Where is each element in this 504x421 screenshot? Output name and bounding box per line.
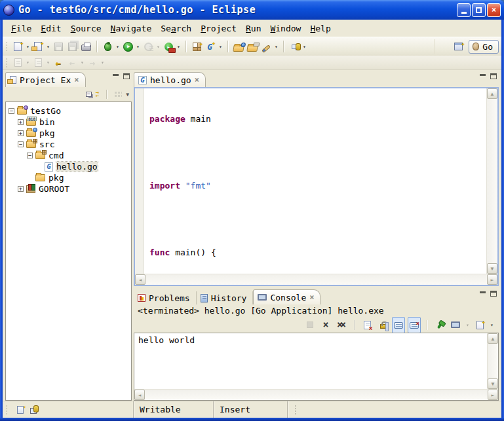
tree-item-pkg[interactable]: + pkg — [7, 128, 131, 139]
expand-expander-icon[interactable]: + — [18, 119, 24, 125]
menu-search[interactable]: Search — [156, 22, 196, 35]
tree-item-testgo[interactable]: − testGo — [7, 105, 131, 117]
editor-tab-hello-go[interactable]: G hello.go × — [134, 72, 206, 87]
pin-console-button[interactable] — [433, 318, 446, 332]
print-button[interactable] — [79, 39, 92, 54]
tree-item-hello-go[interactable]: G hello.go — [7, 161, 131, 172]
console-tab[interactable]: Console × — [253, 289, 320, 304]
menu-project[interactable]: Project — [196, 22, 241, 35]
collapse-expander-icon[interactable]: − — [27, 153, 33, 158]
tree-item-goroot[interactable]: + GOROOT — [7, 183, 131, 194]
tree-item-bin[interactable]: + 010 bin — [7, 117, 131, 128]
scroll-track[interactable] — [145, 390, 488, 400]
minimize-view-icon[interactable] — [480, 291, 486, 297]
show-view-icon[interactable] — [30, 408, 37, 414]
scroll-right-icon[interactable]: ► — [488, 390, 498, 400]
history-tab[interactable]: History — [197, 291, 254, 304]
tree-item-cmd[interactable]: − cmd — [7, 150, 131, 161]
open-console-dropdown[interactable]: ▾ — [489, 322, 495, 328]
debug-button[interactable] — [101, 39, 114, 54]
save-button[interactable] — [52, 39, 65, 54]
toolbar-grip[interactable] — [6, 41, 8, 52]
forward-button[interactable]: → — [86, 56, 99, 70]
forward-dropdown[interactable]: ▾ — [100, 60, 106, 65]
toolbar-grip[interactable] — [6, 58, 8, 68]
maximize-view-icon[interactable] — [490, 291, 497, 297]
show-stdout-toggle[interactable] — [392, 317, 405, 333]
save-all-button[interactable] — [66, 39, 79, 54]
previous-annotation-dropdown[interactable]: ▾ — [45, 60, 51, 65]
terminate-button[interactable] — [303, 318, 317, 332]
new-go-package-button[interactable]: ✦ — [190, 39, 203, 54]
run-button[interactable]: ▶ — [121, 39, 134, 54]
maximize-view-icon[interactable] — [490, 73, 497, 79]
menu-help[interactable]: Help — [305, 22, 335, 35]
maximize-button[interactable] — [472, 3, 486, 17]
link-with-editor-icon[interactable]: →← — [96, 91, 99, 98]
collapse-all-icon[interactable] — [86, 92, 92, 97]
expand-expander-icon[interactable]: + — [18, 186, 24, 192]
external-tools-button[interactable]: ▶ — [162, 39, 175, 54]
open-console-button[interactable]: ✦ — [473, 318, 486, 332]
new-file-wizard-button[interactable]: ✦ — [31, 39, 45, 54]
problems-tab[interactable]: Problems — [134, 291, 197, 304]
next-annotation-dropdown[interactable]: ▾ — [25, 60, 31, 65]
scroll-right-icon[interactable]: ► — [487, 274, 497, 285]
code-editor[interactable]: package main import "fmt" func main() { … — [144, 88, 486, 274]
project-explorer-tab[interactable]: Project Ex × — [5, 72, 86, 87]
run-dropdown[interactable]: ▾ — [135, 44, 141, 50]
minimize-button[interactable] — [457, 3, 471, 17]
show-stderr-toggle[interactable] — [408, 317, 421, 333]
back-button[interactable]: ← — [66, 56, 79, 70]
scroll-left-icon[interactable]: ◄ — [135, 274, 145, 285]
external-tools-dropdown[interactable]: ▾ — [176, 44, 182, 50]
editor-vertical-scrollbar[interactable]: ▲ ▼ — [486, 88, 497, 274]
scroll-track[interactable] — [488, 344, 498, 378]
tree-item-src[interactable]: − src — [7, 139, 131, 150]
fast-view-icon[interactable] — [17, 406, 24, 414]
menu-navigate[interactable]: Navigate — [106, 22, 157, 35]
collapse-expander-icon[interactable]: − — [18, 141, 24, 147]
expand-expander-icon[interactable]: + — [18, 130, 24, 136]
maximize-view-icon[interactable] — [123, 73, 130, 79]
remove-all-terminated-button[interactable]: ×× — [335, 318, 348, 332]
scroll-down-icon[interactable]: ▼ — [487, 263, 497, 274]
next-annotation-button[interactable] — [11, 56, 24, 70]
minimize-view-icon[interactable] — [480, 73, 486, 79]
search-button[interactable] — [260, 39, 273, 54]
new-go-app-dropdown[interactable]: ▾ — [218, 44, 223, 50]
scroll-track[interactable] — [145, 274, 487, 285]
close-view-icon[interactable]: × — [74, 77, 79, 83]
statusbar-grip[interactable] — [294, 405, 296, 415]
view-menu-icon[interactable]: ▼ — [126, 92, 129, 98]
scroll-down-icon[interactable]: ▼ — [488, 378, 498, 389]
previous-annotation-button[interactable] — [31, 56, 45, 70]
import-button[interactable] — [232, 39, 245, 54]
open-perspective-button[interactable]: ✦ — [452, 39, 465, 54]
display-console-dropdown[interactable]: ▾ — [465, 322, 471, 328]
menu-window[interactable]: Window — [265, 22, 305, 35]
console-vertical-scrollbar[interactable]: ▲ ▼ — [487, 333, 498, 389]
new-file-wizard-dropdown[interactable]: ▾ — [45, 44, 51, 50]
statusbar-grip[interactable] — [6, 405, 8, 415]
close-button[interactable]: × — [487, 3, 501, 17]
profile-button[interactable] — [142, 39, 155, 54]
last-edit-location-button[interactable]: ← — [52, 56, 65, 70]
remove-launch-button[interactable]: × — [319, 318, 332, 332]
scroll-track[interactable] — [487, 99, 497, 263]
close-tab-icon[interactable]: × — [195, 77, 199, 83]
clear-console-button[interactable] — [360, 318, 374, 332]
tree-item-pkg2[interactable]: pkg — [7, 172, 131, 183]
go-perspective-button[interactable]: Go — [469, 40, 499, 54]
scroll-up-icon[interactable]: ▲ — [488, 333, 498, 344]
menu-file[interactable]: File — [7, 22, 36, 35]
filters-icon[interactable] — [114, 91, 122, 98]
new-go-app-button[interactable]: G✦ — [204, 39, 217, 54]
minimize-view-icon[interactable] — [113, 73, 119, 79]
new-wizard-button[interactable]: ✦ — [11, 39, 24, 54]
menu-run[interactable]: Run — [241, 22, 265, 35]
menu-source[interactable]: Source — [66, 22, 106, 35]
console-horizontal-scrollbar[interactable]: ◄ ► — [134, 389, 498, 400]
collapse-expander-icon[interactable]: − — [9, 108, 14, 114]
editor-horizontal-scrollbar[interactable]: ◄ ► — [135, 274, 497, 285]
